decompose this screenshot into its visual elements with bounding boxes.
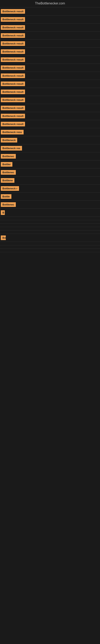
list-item[interactable] xyxy=(0,228,100,230)
list-item[interactable]: Bottleneck result xyxy=(0,24,100,31)
list-item[interactable]: Bottleneck result xyxy=(0,104,100,112)
bottleneck-list: Bottleneck resultBottleneck resultBottle… xyxy=(0,6,100,255)
list-item[interactable] xyxy=(0,242,100,245)
bottleneck-badge: Bottleneck xyxy=(1,138,17,142)
list-item[interactable] xyxy=(0,252,100,255)
bottleneck-badge: Bottler xyxy=(1,162,12,167)
bottleneck-badge: Bottleneck result xyxy=(1,90,25,94)
bottleneck-badge: Bottleneck result xyxy=(1,9,25,14)
bottleneck-badge: Bottleneck result xyxy=(1,17,25,22)
list-item[interactable]: Bottleneck result xyxy=(0,32,100,39)
bottleneck-badge: Bottleneck result xyxy=(1,98,25,102)
list-item[interactable] xyxy=(0,224,100,226)
bottleneck-badge: Bottleneck result xyxy=(1,49,25,54)
bottleneck-badge: Bottleneck result xyxy=(1,57,25,62)
list-item[interactable]: B xyxy=(0,209,100,216)
list-item[interactable] xyxy=(0,217,100,220)
site-header: TheBottlenecker.com xyxy=(0,0,100,6)
bottleneck-badge: Bo xyxy=(1,236,6,240)
list-item[interactable]: Bottleneck result xyxy=(0,72,100,79)
list-item[interactable] xyxy=(0,246,100,248)
bottleneck-badge: Bottleneck result xyxy=(1,33,25,38)
bottleneck-badge: Bottlenec xyxy=(1,170,16,175)
bottleneck-badge: Bottleneck result xyxy=(1,122,25,126)
bottleneck-badge: Bottlenec xyxy=(1,202,16,207)
list-item[interactable]: Bottleneck result xyxy=(0,48,100,55)
list-item[interactable]: Bottleneck result xyxy=(0,120,100,128)
list-item[interactable]: Bottle xyxy=(0,193,100,200)
site-title: TheBottlenecker.com xyxy=(0,0,100,6)
bottleneck-badge: Bottleneck result xyxy=(1,82,25,86)
list-item[interactable]: Bottleneck xyxy=(0,137,100,144)
list-item[interactable]: Bottlenec xyxy=(0,169,100,176)
list-item[interactable]: Bottleneck result xyxy=(0,112,100,120)
list-item[interactable]: Bo xyxy=(0,234,100,241)
bottleneck-badge: Bottlene xyxy=(1,178,14,183)
list-item[interactable]: Bottleneck result xyxy=(0,88,100,96)
list-item[interactable]: Bottler xyxy=(0,161,100,168)
bottleneck-badge: Bottleneck result xyxy=(1,74,25,78)
list-item[interactable] xyxy=(0,231,100,233)
bottleneck-badge: Bottleneck result xyxy=(1,106,25,110)
list-item[interactable]: Bottleneck r xyxy=(0,185,100,192)
list-item[interactable]: Bottleneck result xyxy=(0,8,100,15)
bottleneck-badge: Bottleneck result xyxy=(1,25,25,30)
list-item[interactable]: Bottleneck result xyxy=(0,16,100,23)
list-item[interactable]: Bottleneck result xyxy=(0,80,100,87)
bottleneck-badge: Bottleneck result xyxy=(1,66,25,70)
bottleneck-badge: Bottleneck result xyxy=(1,41,25,46)
list-item[interactable]: Bottleneck resu xyxy=(0,128,100,136)
list-item[interactable]: Bottlenec xyxy=(0,153,100,160)
list-item[interactable]: Bottleneck result xyxy=(0,64,100,71)
list-item[interactable]: Bottleneck result xyxy=(0,40,100,47)
list-item[interactable]: Bottleneck res xyxy=(0,145,100,152)
bottleneck-badge: Bottleneck result xyxy=(1,114,25,118)
list-item[interactable]: Bottleneck result xyxy=(0,56,100,63)
bottleneck-badge: Bottleneck r xyxy=(1,186,19,191)
bottleneck-badge: Bottleneck resu xyxy=(1,130,24,134)
bottleneck-badge: Bottle xyxy=(1,194,11,199)
bottleneck-badge: Bottleneck res xyxy=(1,146,22,150)
bottleneck-badge: Bottlenec xyxy=(1,154,16,158)
list-item[interactable] xyxy=(0,249,100,252)
list-item[interactable]: Bottlenec xyxy=(0,201,100,208)
bottleneck-badge: B xyxy=(1,210,5,215)
list-item[interactable]: Bottlene xyxy=(0,177,100,184)
list-item[interactable]: Bottleneck result xyxy=(0,96,100,104)
list-item[interactable] xyxy=(0,220,100,223)
